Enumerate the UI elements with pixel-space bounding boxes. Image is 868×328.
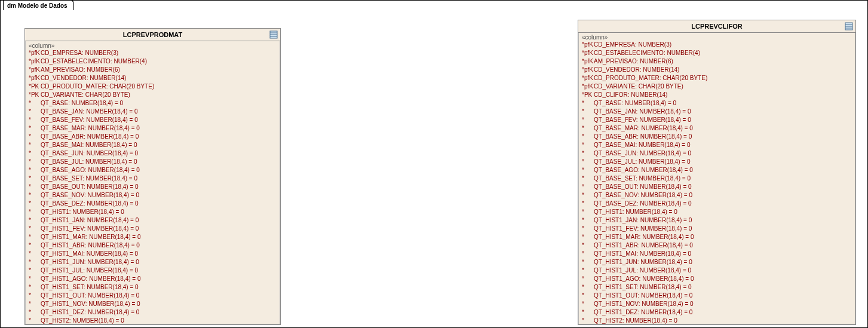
column-marker: * — [29, 216, 41, 225]
table-icon — [845, 22, 853, 30]
column-row: *QT_HIST1_MAI: NUMBER(18,4) = 0 — [29, 250, 277, 258]
column-marker: * — [582, 149, 594, 158]
column-marker: *pfK — [29, 74, 41, 82]
column-row: *QT_BASE_DEZ: NUMBER(18,4) = 0 — [582, 200, 852, 208]
column-text: QT_BASE_DEZ: NUMBER(18,4) = 0 — [594, 200, 692, 208]
section-label: «column» — [25, 41, 280, 49]
column-text: QT_HIST1_JUL: NUMBER(18,4) = 0 — [594, 266, 691, 275]
column-text: QT_BASE_MAI: NUMBER(18,4) = 0 — [594, 141, 690, 149]
column-text: QT_BASE_OUT: NUMBER(18,4) = 0 — [594, 183, 692, 191]
column-row: *QT_HIST1_NOV: NUMBER(18,4) = 0 — [582, 300, 852, 308]
column-text: QT_HIST2: NUMBER(18,4) = 0 — [41, 317, 124, 325]
column-row: *QT_HIST2: NUMBER(18,4) = 0 — [582, 317, 852, 325]
entity-header: LCPREVCLIFOR — [578, 20, 855, 33]
column-marker: * — [582, 183, 594, 191]
column-marker: * — [582, 166, 594, 174]
column-marker: * — [29, 258, 41, 266]
column-text: CD_PRODUTO_MATER: CHAR(20 BYTE) — [594, 74, 707, 82]
column-row: *QT_HIST1_DEZ: NUMBER(18,4) = 0 — [29, 308, 277, 317]
column-row: *QT_HIST1_JUL: NUMBER(18,4) = 0 — [29, 266, 277, 275]
column-row: *QT_BASE_AGO: NUMBER(18,4) = 0 — [582, 166, 852, 174]
column-row: *QT_HIST1_JAN: NUMBER(18,4) = 0 — [582, 216, 852, 225]
column-marker: *pfK — [582, 41, 594, 49]
column-row: *QT_HIST2: NUMBER(18,4) = 0 — [29, 317, 277, 325]
column-text: QT_HIST1: NUMBER(18,4) = 0 — [594, 208, 677, 216]
column-row: *QT_HIST1_SET: NUMBER(18,4) = 0 — [582, 283, 852, 292]
column-text: QT_HIST1_MAR: NUMBER(18,4) = 0 — [594, 233, 694, 241]
column-text: QT_BASE_MAI: NUMBER(18,4) = 0 — [41, 141, 137, 149]
column-text: QT_BASE_JUN: NUMBER(18,4) = 0 — [594, 149, 691, 158]
column-text: QT_BASE_JAN: NUMBER(18,4) = 0 — [594, 108, 691, 116]
column-text: QT_HIST1_NOV: NUMBER(18,4) = 0 — [594, 300, 694, 308]
column-list-right: *pfKCD_EMPRESA: NUMBER(3)*pfKCD_ESTABELE… — [578, 41, 855, 325]
column-marker: *pfK — [582, 49, 594, 57]
column-text: QT_HIST1_DEZ: NUMBER(18,4) = 0 — [41, 308, 139, 317]
column-text: QT_BASE_ABR: NUMBER(18,4) = 0 — [41, 133, 139, 141]
column-text: CD_PRODUTO_MATER: CHAR(20 BYTE) — [41, 82, 154, 91]
column-marker: * — [582, 233, 594, 241]
column-row: *QT_HIST1_NOV: NUMBER(18,4) = 0 — [29, 300, 277, 308]
column-row: *pfKCD_ESTABELECIMENTO: NUMBER(4) — [582, 49, 852, 57]
column-marker: * — [582, 241, 594, 250]
column-text: QT_BASE_AGO: NUMBER(18,4) = 0 — [41, 166, 140, 174]
column-marker: * — [29, 149, 41, 158]
column-row: *QT_HIST1_OUT: NUMBER(18,4) = 0 — [29, 292, 277, 300]
column-marker: * — [29, 124, 41, 133]
diagram-tab: dm Modelo de Dados — [3, 0, 74, 10]
column-marker: *PK — [29, 82, 41, 91]
column-marker: * — [29, 266, 41, 275]
column-marker: * — [582, 191, 594, 200]
column-marker: * — [582, 283, 594, 292]
column-marker: * — [29, 208, 41, 216]
column-row: *pfKCD_VENDEDOR: NUMBER(14) — [582, 66, 852, 74]
column-marker: * — [582, 200, 594, 208]
column-marker: * — [582, 158, 594, 166]
column-marker: *pfK — [29, 66, 41, 74]
column-text: CD_ESTABELECIMENTO: NUMBER(4) — [41, 57, 147, 66]
entity-lcprevclifor[interactable]: LCPREVCLIFOR «column» *pfKCD_EMPRESA: NU… — [578, 20, 856, 325]
column-marker: * — [582, 124, 594, 133]
column-row: *pfKCD_VENDEDOR: NUMBER(14) — [29, 74, 277, 82]
column-text: QT_HIST1_DEZ: NUMBER(18,4) = 0 — [594, 308, 692, 317]
column-row: *PKCD_PRODUTO_MATER: CHAR(20 BYTE) — [29, 82, 277, 91]
column-row: *pfKCD_EMPRESA: NUMBER(3) — [582, 41, 852, 49]
column-marker: * — [582, 300, 594, 308]
entity-lcprevprodmat[interactable]: LCPREVPRODMAT «column» *pfKCD_EMPRESA: N… — [24, 28, 281, 325]
column-marker: * — [29, 191, 41, 200]
column-text: QT_BASE_JUL: NUMBER(18,4) = 0 — [594, 158, 690, 166]
column-text: QT_HIST1_FEV: NUMBER(18,4) = 0 — [594, 225, 692, 233]
column-marker: * — [582, 208, 594, 216]
column-row: *PKCD_VARIANTE: CHAR(20 BYTE) — [29, 91, 277, 99]
column-row: *QT_HIST1_FEV: NUMBER(18,4) = 0 — [29, 225, 277, 233]
column-row: *QT_BASE_FEV: NUMBER(18,4) = 0 — [29, 116, 277, 124]
column-text: QT_BASE_DEZ: NUMBER(18,4) = 0 — [41, 200, 139, 208]
column-marker: * — [29, 241, 41, 250]
column-row: *QT_HIST1_MAR: NUMBER(18,4) = 0 — [29, 233, 277, 241]
diagram-canvas[interactable]: dm Modelo de Dados LCPREVPRODMAT «column… — [0, 0, 868, 328]
column-row: *QT_HIST1_JUN: NUMBER(18,4) = 0 — [29, 258, 277, 266]
column-marker: * — [29, 133, 41, 141]
column-row: *QT_HIST1_SET: NUMBER(18,4) = 0 — [29, 283, 277, 292]
column-row: *QT_HIST1_ABR: NUMBER(18,4) = 0 — [582, 241, 852, 250]
column-marker: * — [582, 292, 594, 300]
column-text: QT_BASE_ABR: NUMBER(18,4) = 0 — [594, 133, 692, 141]
column-row: *PKCD_CLIFOR: NUMBER(14) — [582, 91, 852, 99]
column-text: QT_BASE_JUL: NUMBER(18,4) = 0 — [41, 158, 137, 166]
column-marker: * — [29, 292, 41, 300]
entity-header: LCPREVPRODMAT — [25, 29, 280, 41]
column-text: QT_BASE_FEV: NUMBER(18,4) = 0 — [594, 116, 691, 124]
column-text: QT_BASE_FEV: NUMBER(18,4) = 0 — [41, 116, 138, 124]
column-text: CD_CLIFOR: NUMBER(14) — [594, 91, 667, 99]
column-list-left: *pfKCD_EMPRESA: NUMBER(3)*pfKCD_ESTABELE… — [25, 49, 280, 325]
column-marker: *PK — [582, 91, 594, 99]
column-text: QT_BASE_MAR: NUMBER(18,4) = 0 — [41, 124, 140, 133]
column-row: *QT_HIST1_OUT: NUMBER(18,4) = 0 — [582, 292, 852, 300]
column-text: QT_HIST1_ABR: NUMBER(18,4) = 0 — [594, 241, 693, 250]
column-marker: * — [29, 183, 41, 191]
column-row: *QT_BASE_OUT: NUMBER(18,4) = 0 — [582, 183, 852, 191]
column-marker: * — [29, 200, 41, 208]
column-text: CD_EMPRESA: NUMBER(3) — [594, 41, 671, 49]
column-text: QT_BASE_OUT: NUMBER(18,4) = 0 — [41, 183, 139, 191]
column-marker: * — [582, 225, 594, 233]
column-marker: * — [582, 133, 594, 141]
